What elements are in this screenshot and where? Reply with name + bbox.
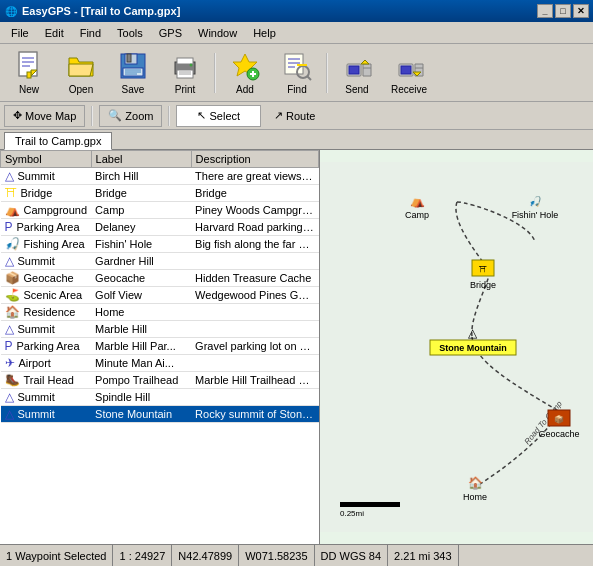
waypoint-icon: P — [5, 339, 13, 353]
col-label[interactable]: Label — [91, 151, 191, 168]
waypoint-icon: 🎣 — [5, 237, 20, 251]
svg-marker-33 — [363, 64, 371, 76]
print-label: Print — [175, 84, 196, 95]
cell-symbol: △Summit — [1, 389, 92, 406]
close-button[interactable]: ✕ — [573, 4, 589, 18]
table-row[interactable]: ⛳Scenic AreaGolf ViewWedgewood Pines Gol… — [1, 287, 319, 304]
svg-rect-9 — [127, 54, 131, 62]
cell-description: Rocky summit of Stone Mount — [191, 406, 318, 423]
col-description[interactable]: Description — [191, 151, 318, 168]
table-row[interactable]: ⛺CampgroundCampPiney Woods Campground — [1, 202, 319, 219]
svg-text:Fishin' Hole: Fishin' Hole — [512, 210, 559, 220]
print-button[interactable]: Print — [160, 47, 210, 99]
save-icon — [117, 50, 149, 82]
receive-button[interactable]: Receive — [384, 47, 434, 99]
menu-gps[interactable]: GPS — [152, 24, 189, 42]
svg-text:△: △ — [468, 326, 478, 340]
symbol-type-label: Summit — [18, 408, 55, 420]
send-button[interactable]: Send — [332, 47, 382, 99]
status-selection: 1 Waypoint Selected — [0, 545, 113, 566]
open-button[interactable]: Open — [56, 47, 106, 99]
waypoint-icon: △ — [5, 254, 14, 268]
minimize-button[interactable]: _ — [537, 4, 553, 18]
menu-window[interactable]: Window — [191, 24, 244, 42]
table-row[interactable]: 📦GeocacheGeocacheHidden Treasure Cache — [1, 270, 319, 287]
cell-description: Gravel parking lot on Taylor R — [191, 338, 318, 355]
cell-symbol: PParking Area — [1, 338, 92, 355]
move-map-label: Move Map — [25, 110, 76, 122]
separator-3 — [91, 106, 93, 126]
cell-description: Wedgewood Pines Golf Cours — [191, 287, 318, 304]
zoom-label: Zoom — [125, 110, 153, 122]
table-row[interactable]: △SummitBirch HillThere are great views o… — [1, 168, 319, 185]
select-button[interactable]: ↖ Select — [176, 105, 261, 127]
tab-label: Trail to Camp.gpx — [15, 135, 101, 147]
waypoints-table: Symbol Label Description △SummitBirch Hi… — [0, 150, 319, 423]
cell-symbol: 🏠Residence — [1, 304, 92, 321]
save-button[interactable]: Save — [108, 47, 158, 99]
table-row[interactable]: △SummitGardner Hill — [1, 253, 319, 270]
symbol-type-label: Parking Area — [17, 221, 80, 233]
cell-description — [191, 321, 318, 338]
cell-label: Spindle Hill — [91, 389, 191, 406]
table-row[interactable]: PParking AreaMarble Hill Par...Gravel pa… — [1, 338, 319, 355]
zoom-button[interactable]: 🔍 Zoom — [99, 105, 162, 127]
open-icon — [65, 50, 97, 82]
move-map-button[interactable]: ✥ Move Map — [4, 105, 85, 127]
table-row[interactable]: PParking AreaDelaneyHarvard Road parking… — [1, 219, 319, 236]
svg-text:Stone Mountain: Stone Mountain — [439, 343, 507, 353]
menu-edit[interactable]: Edit — [38, 24, 71, 42]
table-row[interactable]: 🎣Fishing AreaFishin' HoleBig fish along … — [1, 236, 319, 253]
symbol-type-label: Summit — [18, 170, 55, 182]
maximize-button[interactable]: □ — [555, 4, 571, 18]
waypoint-icon: ✈ — [5, 356, 15, 370]
table-row[interactable]: ✈AirportMinute Man Ai... — [1, 355, 319, 372]
table-row[interactable]: 🏠ResidenceHome — [1, 304, 319, 321]
menu-file[interactable]: File — [4, 24, 36, 42]
open-label: Open — [69, 84, 93, 95]
svg-text:Geocache: Geocache — [538, 429, 579, 439]
cell-symbol: △Summit — [1, 253, 92, 270]
cursor-icon: ↖ — [197, 109, 206, 122]
table-row[interactable]: 🥾Trail HeadPompo TrailheadMarble Hill Tr… — [1, 372, 319, 389]
menu-tools[interactable]: Tools — [110, 24, 150, 42]
waypoint-icon: 🏠 — [5, 305, 20, 319]
waypoints-table-container[interactable]: Symbol Label Description △SummitBirch Hi… — [0, 150, 320, 544]
symbol-type-label: Fishing Area — [24, 238, 85, 250]
status-scale: 1 : 24927 — [113, 545, 172, 566]
svg-text:Bridge: Bridge — [470, 280, 496, 290]
route-button[interactable]: ↗ Route — [265, 105, 324, 127]
cell-symbol: 🥾Trail Head — [1, 372, 92, 389]
status-datum: DD WGS 84 — [315, 545, 389, 566]
tab-trail-to-camp[interactable]: Trail to Camp.gpx — [4, 132, 112, 150]
svg-rect-15 — [177, 58, 193, 64]
table-row[interactable]: ⛩BridgeBridgeBridge — [1, 185, 319, 202]
table-row[interactable]: △SummitMarble Hill — [1, 321, 319, 338]
table-row[interactable]: △SummitStone MountainRocky summit of Sto… — [1, 406, 319, 423]
distance-text: 2.21 mi 343 — [394, 550, 451, 562]
menu-find[interactable]: Find — [73, 24, 108, 42]
col-symbol[interactable]: Symbol — [1, 151, 92, 168]
route-icon: ↗ — [274, 109, 283, 122]
add-button[interactable]: Add — [220, 47, 270, 99]
waypoint-icon: △ — [5, 407, 14, 421]
cell-label: Minute Man Ai... — [91, 355, 191, 372]
table-row[interactable]: △SummitSpindle Hill — [1, 389, 319, 406]
find-button[interactable]: Find — [272, 47, 322, 99]
lon-text: W071.58235 — [245, 550, 307, 562]
cell-description: Big fish along the far bank — [191, 236, 318, 253]
symbol-type-label: Summit — [18, 391, 55, 403]
cell-description: Piney Woods Campground — [191, 202, 318, 219]
menu-bar: File Edit Find Tools GPS Window Help — [0, 22, 593, 44]
window-controls[interactable]: _ □ ✕ — [537, 4, 589, 18]
svg-text:⛺: ⛺ — [410, 193, 425, 208]
symbol-type-label: Campground — [24, 204, 88, 216]
cell-label: Fishin' Hole — [91, 236, 191, 253]
svg-text:Camp: Camp — [405, 210, 429, 220]
find-icon — [281, 50, 313, 82]
print-icon — [169, 50, 201, 82]
svg-marker-35 — [361, 60, 369, 64]
status-lon: W071.58235 — [239, 545, 314, 566]
menu-help[interactable]: Help — [246, 24, 283, 42]
new-button[interactable]: New — [4, 47, 54, 99]
